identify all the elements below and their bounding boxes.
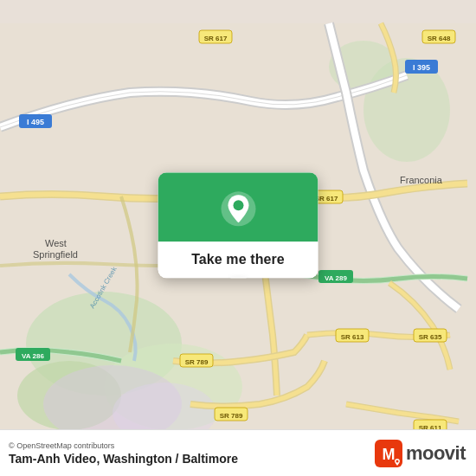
svg-text:SR 789: SR 789 xyxy=(220,412,243,420)
svg-text:SR 613: SR 613 xyxy=(341,333,364,341)
svg-text:I 495: I 495 xyxy=(27,118,44,126)
svg-point-40 xyxy=(396,460,398,462)
svg-point-37 xyxy=(233,200,243,210)
svg-text:M: M xyxy=(382,446,395,463)
map-container: I 495 I 395 SR 617 SR 617 VA 289 SR 789 … xyxy=(0,0,476,476)
moovit-text: moovit xyxy=(406,442,466,465)
svg-text:SR 648: SR 648 xyxy=(428,35,451,42)
svg-text:I 395: I 395 xyxy=(413,63,430,72)
svg-text:SR 789: SR 789 xyxy=(185,358,209,366)
attribution: © OpenStreetMap contributors xyxy=(9,441,238,450)
popup-card: Take me there xyxy=(158,172,318,278)
svg-text:VA 289: VA 289 xyxy=(325,274,347,282)
svg-text:SR 617: SR 617 xyxy=(204,35,228,42)
svg-text:Springfield: Springfield xyxy=(33,249,78,260)
svg-text:SR 617: SR 617 xyxy=(315,195,338,203)
take-me-there-button[interactable]: Take me there xyxy=(158,241,318,278)
bottom-bar: © OpenStreetMap contributors Tam-Anh Vid… xyxy=(0,429,476,476)
popup-top xyxy=(158,172,318,241)
location-name: Tam-Anh Video, Washington / Baltimore xyxy=(9,452,238,466)
moovit-logo: M moovit xyxy=(375,440,466,467)
svg-text:SR 635: SR 635 xyxy=(419,333,442,341)
moovit-icon: M xyxy=(375,440,402,467)
svg-text:West: West xyxy=(45,238,67,248)
svg-text:Franconia: Franconia xyxy=(400,175,443,185)
bottom-left: © OpenStreetMap contributors Tam-Anh Vid… xyxy=(9,441,238,466)
map-pin-icon xyxy=(217,188,259,229)
svg-text:VA 286: VA 286 xyxy=(22,352,44,360)
